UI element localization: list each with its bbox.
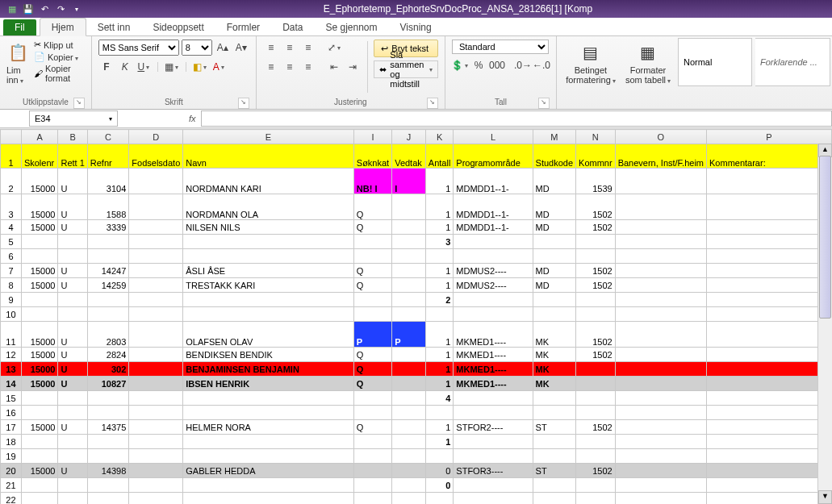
dialog-launcher-icon[interactable]: ↘ bbox=[73, 98, 85, 109]
number-format-select[interactable]: Standard bbox=[452, 40, 549, 54]
cut-button[interactable]: ✂Klipp ut bbox=[34, 40, 85, 50]
tab-formler[interactable]: Formler bbox=[215, 19, 271, 35]
percent-button[interactable]: % bbox=[470, 57, 487, 73]
orientation-button[interactable]: ⤢ bbox=[326, 40, 342, 56]
align-top-button[interactable]: ≡ bbox=[263, 40, 279, 56]
decrease-decimal-button[interactable]: ←.0 bbox=[533, 57, 550, 73]
save-icon[interactable]: 💾 bbox=[21, 2, 36, 15]
grow-font-button[interactable]: A▴ bbox=[215, 40, 231, 56]
align-bottom-button[interactable]: ≡ bbox=[300, 40, 316, 56]
font-color-button[interactable]: A bbox=[211, 59, 227, 75]
formula-input[interactable] bbox=[201, 110, 832, 127]
tab-sett-inn[interactable]: Sett inn bbox=[86, 19, 142, 35]
underline-button[interactable]: U bbox=[136, 59, 152, 75]
cell-style-normal[interactable]: Normal bbox=[678, 38, 752, 86]
fx-icon[interactable]: fx bbox=[189, 114, 196, 123]
comma-button[interactable]: 000 bbox=[489, 57, 505, 73]
italic-button[interactable]: K bbox=[117, 59, 133, 75]
undo-icon[interactable]: ↶ bbox=[37, 2, 52, 15]
chevron-down-icon[interactable]: ▾ bbox=[109, 115, 112, 123]
align-right-button[interactable]: ≡ bbox=[300, 59, 316, 75]
accounting-format-button[interactable]: 💲 bbox=[452, 57, 468, 73]
tab-visning[interactable]: Visning bbox=[389, 19, 443, 35]
ribbon: 📋 Lim inn ✂Klipp ut 📄Kopier 🖌Kopier form… bbox=[0, 36, 832, 110]
tab-sideoppsett[interactable]: Sideoppsett bbox=[141, 19, 215, 35]
merge-center-button[interactable]: ⬌Slå sammen og midtstill bbox=[374, 60, 438, 78]
group-styles: ▤ Betinget formatering ▦ Formater som ta… bbox=[557, 36, 832, 109]
ribbon-tabs: Fil HjemSett innSideoppsettFormlerDataSe… bbox=[0, 18, 832, 36]
formula-bar: E34▾ fx bbox=[0, 110, 832, 128]
bold-button[interactable]: F bbox=[98, 59, 115, 75]
redo-icon[interactable]: ↷ bbox=[53, 2, 68, 15]
fill-color-button[interactable]: ◧ bbox=[192, 59, 208, 75]
conditional-formatting-button[interactable]: ▤ Betinget formatering bbox=[563, 38, 618, 85]
cell-style-explanatory[interactable]: Forklarende ... bbox=[755, 38, 830, 86]
qat-dropdown-icon[interactable]: ▾ bbox=[69, 2, 84, 15]
title-bar: ▦ 💾 ↶ ↷ ▾ E_Ephortetemp_EphorteSrvDocPro… bbox=[0, 0, 832, 18]
tab-file[interactable]: Fil bbox=[3, 19, 36, 35]
tab-data[interactable]: Data bbox=[271, 19, 314, 35]
window-title: E_Ephortetemp_EphorteSrvDocProc_ANSA_281… bbox=[84, 3, 832, 15]
increase-indent-button[interactable]: ⇥ bbox=[345, 59, 361, 75]
copy-icon: 📄 bbox=[34, 52, 45, 62]
group-font: MS Sans Serif 8 A▴ A▾ F K U ▦ ◧ A Skrift… bbox=[92, 36, 257, 109]
scissors-icon: ✂ bbox=[34, 40, 41, 50]
cond-format-icon: ▤ bbox=[579, 41, 602, 64]
excel-icon: ▦ bbox=[5, 2, 19, 15]
increase-decimal-button[interactable]: .0→ bbox=[515, 57, 531, 73]
align-left-button[interactable]: ≡ bbox=[263, 59, 279, 75]
merge-icon: ⬌ bbox=[379, 65, 387, 75]
shrink-font-button[interactable]: A▾ bbox=[233, 40, 249, 56]
dialog-launcher-icon[interactable]: ↘ bbox=[238, 98, 249, 109]
font-size-select[interactable]: 8 bbox=[182, 40, 212, 56]
name-box[interactable]: E34▾ bbox=[29, 110, 118, 127]
align-middle-button[interactable]: ≡ bbox=[282, 40, 298, 56]
format-painter-button[interactable]: 🖌Kopier format bbox=[34, 64, 85, 83]
wrap-icon: ↩ bbox=[381, 44, 388, 54]
quick-access-toolbar: ▦ 💾 ↶ ↷ ▾ bbox=[0, 2, 84, 15]
brush-icon: 🖌 bbox=[34, 69, 43, 78]
dialog-launcher-icon[interactable]: ↘ bbox=[538, 98, 550, 109]
group-number: Standard 💲 % 000 .0→ ←.0 Tall↘ bbox=[445, 36, 557, 109]
font-name-select[interactable]: MS Sans Serif bbox=[98, 40, 179, 56]
tab-se-gjennom[interactable]: Se gjennom bbox=[314, 19, 388, 35]
decrease-indent-button[interactable]: ⇤ bbox=[326, 59, 342, 75]
paste-icon: 📋 bbox=[7, 41, 30, 64]
copy-button[interactable]: 📄Kopier bbox=[34, 52, 85, 62]
format-as-table-button[interactable]: ▦ Formater som tabell bbox=[621, 38, 675, 85]
dialog-launcher-icon[interactable]: ↘ bbox=[427, 98, 438, 109]
align-center-button[interactable]: ≡ bbox=[282, 59, 298, 75]
tab-hjem[interactable]: Hjem bbox=[40, 18, 86, 36]
table-icon: ▦ bbox=[637, 41, 659, 64]
group-alignment: ≡ ≡ ≡ ⤢ ≡ ≡ ≡ ⇤ ⇥ ↩Bryt tekst ⬌Slå bbox=[257, 36, 445, 109]
borders-button[interactable]: ▦ bbox=[164, 59, 180, 75]
group-clipboard: 📋 Lim inn ✂Klipp ut 📄Kopier 🖌Kopier form… bbox=[0, 36, 92, 109]
paste-button[interactable]: 📋 Lim inn bbox=[6, 38, 31, 85]
